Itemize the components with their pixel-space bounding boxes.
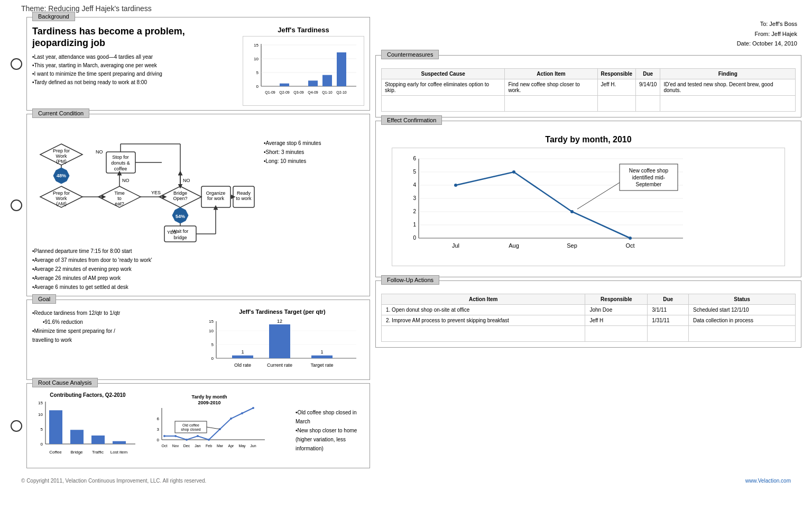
svg-text:Prep for: Prep for [53,148,70,153]
background-label: Background [32,12,75,21]
svg-rect-82 [232,356,253,358]
goal-bullet-1: •Reduce tardiness from 12/qtr to 1/qtr [32,309,195,318]
svg-rect-100 [113,441,126,444]
svg-rect-11 [280,84,289,86]
svg-rect-98 [70,430,84,444]
fu-row-1-due: 3/1/11 [648,305,689,315]
footer: © Copyright 2011, Velaction Continuous I… [0,474,812,488]
svg-text:12: 12 [277,319,282,324]
goal-label: Goal [32,294,56,304]
svg-point-155 [512,170,515,174]
page-title: Theme: Reducing Jeff Hajek's tardiness [0,0,812,17]
cm-row-1-due: 9/14/10 [636,79,660,96]
cm-row-1-cause: Stopping early for coffee eliminates opt… [382,79,505,96]
svg-text:54%: 54% [176,214,185,219]
svg-text:Oct: Oct [625,242,634,249]
cm-row-1-responsible: Jeff H. [597,79,635,96]
svg-text:Feb: Feb [206,444,212,448]
svg-text:Jul: Jul [452,242,459,249]
svg-text:4: 4 [413,182,416,188]
fu-row-empty [382,326,796,342]
countermeasures-section: Countermeasures Suspected Cause Action I… [375,55,801,117]
circle-marker-1 [11,58,22,70]
cm-row-1-action: Find new coffee shop closer to work. [505,79,597,96]
footer-website[interactable]: www.Velaction.com [745,478,791,484]
svg-text:Current rate: Current rate [267,362,292,368]
svg-text:5: 5 [41,427,43,432]
svg-point-114 [186,439,188,441]
svg-text:Stop for: Stop for [112,155,129,160]
svg-text:Q4-09: Q4-09 [308,90,318,95]
svg-text:2: 2 [413,208,416,214]
cc-note-1: •Average stop 6 minutes [264,139,364,148]
fu-row-2-action: 2. Improve AM process to prevent skippin… [382,315,585,326]
svg-text:to: to [117,196,122,201]
goal-section: Goal •Reduce tardiness from 12/qtr to 1/… [26,300,370,380]
svg-text:15: 15 [254,43,259,48]
fu-row-1-responsible: John Doe [585,305,648,315]
cm-label: Countermeasures [381,50,439,59]
svg-text:Open?: Open? [173,196,187,201]
fu-row-2: 2. Improve AM process to prevent skippin… [382,315,796,326]
svg-point-119 [241,412,243,414]
svg-text:2009-2010: 2009-2010 [198,400,220,405]
svg-text:0: 0 [413,235,416,241]
cm-col-responsible: Responsible [597,69,635,79]
background-section: Background Tardiness has become a proble… [26,17,370,111]
svg-point-120 [252,407,254,409]
fu-row-1-action: 1. Open donut shop on-site at office [382,305,585,315]
rca-label: Root Cause Analysis [32,378,98,387]
right-column: To: Jeff's Boss From: Jeff Hajek Date: O… [375,17,801,468]
cm-col-finding: Finding [660,69,796,79]
followup-section: Follow-Up Actions Action Item Responsibl… [375,280,801,348]
svg-text:Jan: Jan [195,444,200,448]
svg-point-154 [454,184,457,187]
bg-chart-title: Jeff's Tardiness [243,26,364,34]
cc-bottom-2: •Average of 37 minutes from door to 'rea… [32,256,364,265]
svg-line-162 [577,183,620,209]
background-bullets: •Last year, attendance was good—4 tardie… [32,53,237,87]
cc-bottom-1: •Planned departure time 7:15 for 8:00 st… [32,247,364,256]
svg-text:(AM): (AM) [56,201,67,206]
cc-note-2: •Short: 3 minutes [264,148,364,157]
svg-text:0: 0 [211,356,214,361]
svg-text:NO: NO [183,178,190,183]
memo-to: To: Jeff's Boss [380,19,797,29]
svg-rect-84 [269,324,290,358]
svg-text:Q1-10: Q1-10 [322,90,333,95]
svg-text:1: 1 [241,349,244,355]
memo-date: Date: October 14, 2010 [380,39,797,49]
svg-text:Lost item: Lost item [110,450,128,455]
svg-text:3: 3 [157,427,160,432]
svg-point-157 [629,237,632,240]
svg-text:Mar: Mar [217,444,224,448]
svg-text:eat?: eat? [115,201,124,206]
cc-label: Current Condition [32,108,89,118]
fu-row-2-due: 1/31/11 [648,315,689,326]
svg-text:1: 1 [413,222,416,228]
goal-chart-title: Jeff's Tardiness Target (per qtr) [200,309,364,315]
svg-text:Apr: Apr [228,444,235,448]
svg-text:Tardy by month: Tardy by month [192,394,227,400]
svg-text:Bridge: Bridge [173,190,187,196]
bg-bullet-3: •I want to minimize the time spent prepa… [32,70,237,78]
circle-marker-3 [11,420,22,432]
svg-text:Old rate: Old rate [234,362,251,368]
background-headline: Tardiness has become a problem, jeopardi… [32,26,237,49]
svg-text:48%: 48% [57,173,66,178]
svg-line-124 [207,427,220,429]
circle-marker-2 [11,199,22,211]
svg-point-156 [570,210,574,213]
svg-text:0: 0 [157,438,160,442]
svg-rect-14 [322,75,332,86]
svg-text:10: 10 [38,412,43,417]
svg-text:shop closed: shop closed [181,428,200,432]
svg-text:YES: YES [167,230,177,235]
svg-text:5: 5 [413,169,416,175]
cm-row-empty [382,96,796,112]
fu-table: Action Item Responsible Due Status 1. Op… [381,294,796,342]
svg-text:New coffee shop: New coffee shop [629,168,669,174]
svg-rect-97 [49,410,62,444]
fu-col-responsible: Responsible [585,294,648,305]
fu-label: Follow-Up Actions [381,275,439,285]
